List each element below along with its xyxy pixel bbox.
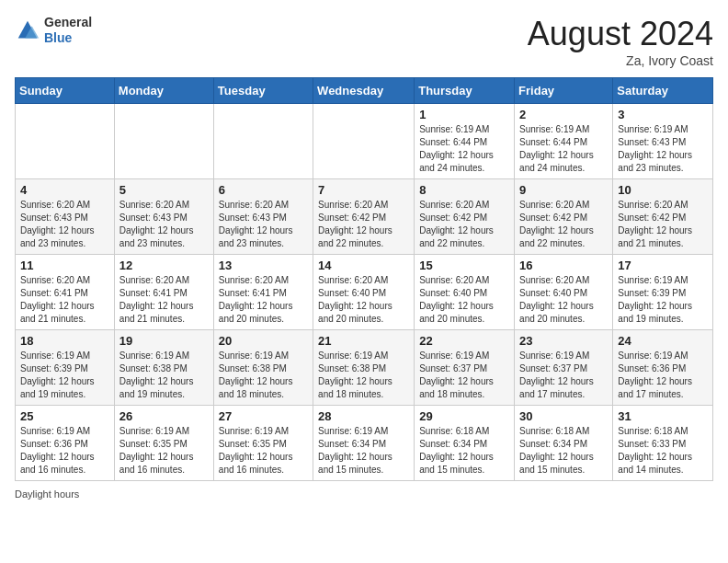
day-cell: 15Sunrise: 6:20 AM Sunset: 6:40 PM Dayli…: [415, 255, 515, 330]
day-info: Sunrise: 6:20 AM Sunset: 6:43 PM Dayligh…: [219, 199, 308, 250]
day-number: 15: [419, 259, 509, 272]
day-number: 2: [519, 108, 608, 121]
day-number: 13: [219, 259, 308, 272]
day-info: Sunrise: 6:20 AM Sunset: 6:40 PM Dayligh…: [419, 274, 509, 326]
day-info: Sunrise: 6:19 AM Sunset: 6:37 PM Dayligh…: [419, 350, 509, 401]
day-info: Sunrise: 6:19 AM Sunset: 6:39 PM Dayligh…: [618, 274, 708, 326]
day-info: Sunrise: 6:20 AM Sunset: 6:41 PM Dayligh…: [20, 274, 109, 326]
day-number: 12: [119, 259, 209, 272]
day-info: Sunrise: 6:19 AM Sunset: 6:36 PM Dayligh…: [618, 350, 708, 401]
week-row-5: 25Sunrise: 6:19 AM Sunset: 6:36 PM Dayli…: [16, 406, 713, 481]
day-cell: 14Sunrise: 6:20 AM Sunset: 6:40 PM Dayli…: [313, 255, 415, 330]
day-cell: 25Sunrise: 6:19 AM Sunset: 6:36 PM Dayli…: [16, 406, 115, 481]
day-info: Sunrise: 6:19 AM Sunset: 6:35 PM Dayligh…: [119, 425, 209, 477]
day-number: 10: [618, 183, 708, 197]
day-header-saturday: Saturday: [613, 78, 713, 104]
day-cell: [213, 104, 313, 179]
day-cell: 24Sunrise: 6:19 AM Sunset: 6:36 PM Dayli…: [613, 330, 713, 406]
day-info: Sunrise: 6:19 AM Sunset: 6:39 PM Dayligh…: [20, 350, 109, 401]
logo-icon: [15, 17, 40, 43]
day-number: 22: [419, 334, 509, 348]
day-number: 18: [20, 334, 109, 348]
day-number: 6: [219, 183, 308, 197]
week-row-4: 18Sunrise: 6:19 AM Sunset: 6:39 PM Dayli…: [16, 330, 713, 406]
day-number: 26: [119, 409, 209, 423]
day-number: 11: [20, 259, 109, 272]
day-cell: [313, 104, 415, 179]
day-info: Sunrise: 6:19 AM Sunset: 6:34 PM Dayligh…: [318, 425, 409, 477]
day-cell: 7Sunrise: 6:20 AM Sunset: 6:42 PM Daylig…: [313, 179, 415, 255]
day-info: Sunrise: 6:20 AM Sunset: 6:43 PM Dayligh…: [119, 199, 209, 250]
day-number: 19: [119, 334, 209, 348]
day-cell: 29Sunrise: 6:18 AM Sunset: 6:34 PM Dayli…: [415, 406, 515, 481]
day-cell: 3Sunrise: 6:19 AM Sunset: 6:43 PM Daylig…: [613, 104, 713, 179]
calendar-table: SundayMondayTuesdayWednesdayThursdayFrid…: [15, 77, 713, 481]
day-number: 17: [618, 259, 708, 272]
day-number: 5: [119, 183, 209, 197]
day-number: 29: [419, 409, 509, 423]
day-cell: 13Sunrise: 6:20 AM Sunset: 6:41 PM Dayli…: [213, 255, 313, 330]
day-info: Sunrise: 6:19 AM Sunset: 6:37 PM Dayligh…: [519, 350, 608, 401]
day-cell: [16, 104, 115, 179]
day-cell: 2Sunrise: 6:19 AM Sunset: 6:44 PM Daylig…: [515, 104, 613, 179]
day-number: 20: [219, 334, 308, 348]
day-cell: 19Sunrise: 6:19 AM Sunset: 6:38 PM Dayli…: [114, 330, 213, 406]
day-info: Sunrise: 6:19 AM Sunset: 6:38 PM Dayligh…: [219, 350, 308, 401]
day-info: Sunrise: 6:20 AM Sunset: 6:41 PM Dayligh…: [119, 274, 209, 326]
day-cell: 12Sunrise: 6:20 AM Sunset: 6:41 PM Dayli…: [114, 255, 213, 330]
day-cell: 23Sunrise: 6:19 AM Sunset: 6:37 PM Dayli…: [515, 330, 613, 406]
day-number: 24: [618, 334, 708, 348]
day-number: 30: [519, 409, 608, 423]
day-info: Sunrise: 6:19 AM Sunset: 6:35 PM Dayligh…: [219, 425, 308, 477]
day-cell: 20Sunrise: 6:19 AM Sunset: 6:38 PM Dayli…: [213, 330, 313, 406]
location: Za, Ivory Coast: [528, 53, 713, 68]
day-info: Sunrise: 6:19 AM Sunset: 6:38 PM Dayligh…: [318, 350, 409, 401]
logo: General Blue: [15, 15, 92, 46]
page-header: General Blue August 2024 Za, Ivory Coast: [15, 15, 713, 68]
day-cell: 30Sunrise: 6:18 AM Sunset: 6:34 PM Dayli…: [515, 406, 613, 481]
day-cell: 17Sunrise: 6:19 AM Sunset: 6:39 PM Dayli…: [613, 255, 713, 330]
day-cell: 31Sunrise: 6:18 AM Sunset: 6:33 PM Dayli…: [613, 406, 713, 481]
title-area: August 2024 Za, Ivory Coast: [528, 15, 713, 68]
day-cell: 16Sunrise: 6:20 AM Sunset: 6:40 PM Dayli…: [515, 255, 613, 330]
day-info: Sunrise: 6:19 AM Sunset: 6:44 PM Dayligh…: [419, 123, 509, 175]
day-info: Sunrise: 6:20 AM Sunset: 6:43 PM Dayligh…: [20, 199, 109, 250]
calendar-header-row: SundayMondayTuesdayWednesdayThursdayFrid…: [16, 78, 713, 104]
day-number: 21: [318, 334, 409, 348]
day-cell: [114, 104, 213, 179]
day-cell: 5Sunrise: 6:20 AM Sunset: 6:43 PM Daylig…: [114, 179, 213, 255]
day-info: Sunrise: 6:19 AM Sunset: 6:36 PM Dayligh…: [20, 425, 109, 477]
day-number: 14: [318, 259, 409, 272]
footer-note: Daylight hours: [15, 488, 713, 500]
day-number: 4: [20, 183, 109, 197]
day-info: Sunrise: 6:20 AM Sunset: 6:40 PM Dayligh…: [519, 274, 608, 326]
week-row-1: 1Sunrise: 6:19 AM Sunset: 6:44 PM Daylig…: [16, 104, 713, 179]
day-cell: 11Sunrise: 6:20 AM Sunset: 6:41 PM Dayli…: [16, 255, 115, 330]
day-info: Sunrise: 6:19 AM Sunset: 6:44 PM Dayligh…: [519, 123, 608, 175]
day-cell: 4Sunrise: 6:20 AM Sunset: 6:43 PM Daylig…: [16, 179, 115, 255]
logo-text: General Blue: [44, 15, 92, 46]
day-cell: 27Sunrise: 6:19 AM Sunset: 6:35 PM Dayli…: [213, 406, 313, 481]
daylight-hours-label: Daylight hours: [15, 488, 79, 500]
day-info: Sunrise: 6:20 AM Sunset: 6:40 PM Dayligh…: [318, 274, 409, 326]
day-info: Sunrise: 6:18 AM Sunset: 6:34 PM Dayligh…: [419, 425, 509, 477]
day-number: 28: [318, 409, 409, 423]
day-info: Sunrise: 6:18 AM Sunset: 6:34 PM Dayligh…: [519, 425, 608, 477]
day-cell: 9Sunrise: 6:20 AM Sunset: 6:42 PM Daylig…: [515, 179, 613, 255]
day-header-wednesday: Wednesday: [313, 78, 415, 104]
week-row-2: 4Sunrise: 6:20 AM Sunset: 6:43 PM Daylig…: [16, 179, 713, 255]
day-info: Sunrise: 6:20 AM Sunset: 6:42 PM Dayligh…: [519, 199, 608, 250]
day-cell: 26Sunrise: 6:19 AM Sunset: 6:35 PM Dayli…: [114, 406, 213, 481]
day-cell: 6Sunrise: 6:20 AM Sunset: 6:43 PM Daylig…: [213, 179, 313, 255]
day-cell: 18Sunrise: 6:19 AM Sunset: 6:39 PM Dayli…: [16, 330, 115, 406]
logo-general: General: [44, 15, 92, 29]
day-header-sunday: Sunday: [16, 78, 115, 104]
day-number: 9: [519, 183, 608, 197]
day-cell: 21Sunrise: 6:19 AM Sunset: 6:38 PM Dayli…: [313, 330, 415, 406]
day-cell: 28Sunrise: 6:19 AM Sunset: 6:34 PM Dayli…: [313, 406, 415, 481]
day-info: Sunrise: 6:20 AM Sunset: 6:42 PM Dayligh…: [419, 199, 509, 250]
day-cell: 8Sunrise: 6:20 AM Sunset: 6:42 PM Daylig…: [415, 179, 515, 255]
day-info: Sunrise: 6:19 AM Sunset: 6:43 PM Dayligh…: [618, 123, 708, 175]
month-year: August 2024: [528, 15, 713, 53]
day-cell: 10Sunrise: 6:20 AM Sunset: 6:42 PM Dayli…: [613, 179, 713, 255]
